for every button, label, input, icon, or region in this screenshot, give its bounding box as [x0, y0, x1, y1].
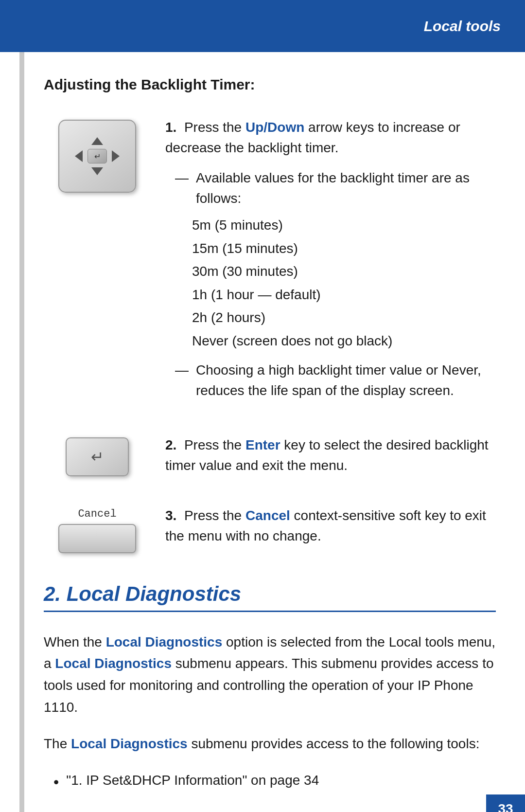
- page-number: 33: [498, 801, 513, 812]
- arrow-left-icon: [75, 150, 83, 162]
- step-2-content: 2. Press the Enter key to select the des…: [151, 435, 496, 476]
- step-1-text: 1. Press the Up/Down arrow keys to incre…: [165, 117, 496, 158]
- step-1-number: 1.: [165, 120, 176, 135]
- section-rule: [44, 611, 496, 612]
- step-3-image: Cancel: [44, 505, 151, 553]
- nav-key-icon: ↵: [58, 120, 136, 193]
- cancel-btn-container: Cancel: [58, 508, 136, 553]
- enter-arrow-symbol: ↵: [91, 448, 104, 466]
- value-6: Never (screen does not go black): [192, 329, 496, 353]
- middle-row: ↵: [75, 149, 120, 163]
- arrow-right-icon: [112, 150, 120, 162]
- step-3-content: 3. Press the Cancel context-sensitive so…: [151, 505, 496, 546]
- local-diag-highlight-3: Local Diagnostics: [71, 736, 188, 751]
- sub-bullet-text-1: Available values for the backlight timer…: [196, 168, 496, 209]
- enter-key-icon: ↵: [66, 437, 129, 476]
- center-enter-icon: ↵: [88, 149, 107, 163]
- main-content: Adjusting the Backlight Timer: ↵ 1. Pr: [24, 52, 525, 812]
- bullet-item-1-text: "1. IP Set&DHCP Information" on page 34: [66, 770, 319, 792]
- bullet-dot-1: •: [53, 770, 59, 794]
- section2-title: 2. Local Diagnostics: [44, 582, 496, 606]
- step-2-number: 2.: [165, 437, 176, 452]
- value-1: 5m (5 minutes): [192, 214, 496, 237]
- section2-number: 2.: [44, 582, 67, 605]
- step-1-content: 1. Press the Up/Down arrow keys to incre…: [151, 117, 496, 406]
- enter-highlight: Enter: [245, 437, 280, 452]
- cancel-label: Cancel: [78, 508, 116, 520]
- values-list: 5m (5 minutes) 15m (15 minutes) 30m (30 …: [175, 214, 496, 353]
- section2-second-para: The Local Diagnostics submenu provides a…: [44, 733, 496, 755]
- section2-divider: 2. Local Diagnostics: [44, 582, 496, 612]
- step-3-text: 3. Press the Cancel context-sensitive so…: [165, 505, 496, 546]
- value-5: 2h (2 hours): [192, 306, 496, 329]
- sub-bullet-item-1: — Available values for the backlight tim…: [175, 168, 496, 209]
- updown-highlight: Up/Down: [245, 120, 304, 135]
- bullet-list: • "1. IP Set&DHCP Information" on page 3…: [44, 770, 496, 794]
- step-1-image: ↵: [44, 117, 151, 193]
- sub-bullet-1: — Available values for the backlight tim…: [165, 168, 496, 401]
- step-3-number: 3.: [165, 508, 176, 523]
- step-2-row: ↵ 2. Press the Enter key to select the d…: [44, 435, 496, 476]
- page-footer: 33: [486, 794, 525, 812]
- cancel-key-icon: [58, 524, 136, 553]
- section2-name: Local Diagnostics: [67, 582, 241, 605]
- step-3-row: Cancel 3. Press the Cancel context-sensi…: [44, 505, 496, 553]
- dash-2: —: [175, 360, 189, 401]
- page-header: Local tools: [0, 0, 525, 52]
- value-4: 1h (1 hour — default): [192, 283, 496, 307]
- section1-heading: Adjusting the Backlight Timer:: [44, 76, 496, 93]
- value-2: 15m (15 minutes): [192, 237, 496, 260]
- sub-bullet-item-2: — Choosing a high backlight timer value …: [175, 360, 496, 401]
- arrow-up-icon: [91, 137, 103, 145]
- step-1-row: ↵ 1. Press the Up/Down arrow keys to inc…: [44, 117, 496, 406]
- header-title: Local tools: [424, 18, 501, 35]
- content-wrapper: Adjusting the Backlight Timer: ↵ 1. Pr: [0, 52, 525, 812]
- local-diag-highlight-2: Local Diagnostics: [55, 656, 172, 671]
- bullet-item-1: • "1. IP Set&DHCP Information" on page 3…: [53, 770, 496, 794]
- step-2-text: 2. Press the Enter key to select the des…: [165, 435, 496, 476]
- value-3: 30m (30 minutes): [192, 260, 496, 283]
- left-border-bar: [19, 52, 24, 812]
- dash-1: —: [175, 168, 189, 209]
- step-2-image: ↵: [44, 435, 151, 476]
- sub-bullet-text-2: Choosing a high backlight timer value or…: [196, 360, 496, 401]
- arrow-down-icon: [91, 167, 103, 175]
- section2-intro: When the Local Diagnostics option is sel…: [44, 632, 496, 719]
- cancel-highlight: Cancel: [245, 508, 290, 523]
- local-diag-highlight-1: Local Diagnostics: [106, 634, 223, 650]
